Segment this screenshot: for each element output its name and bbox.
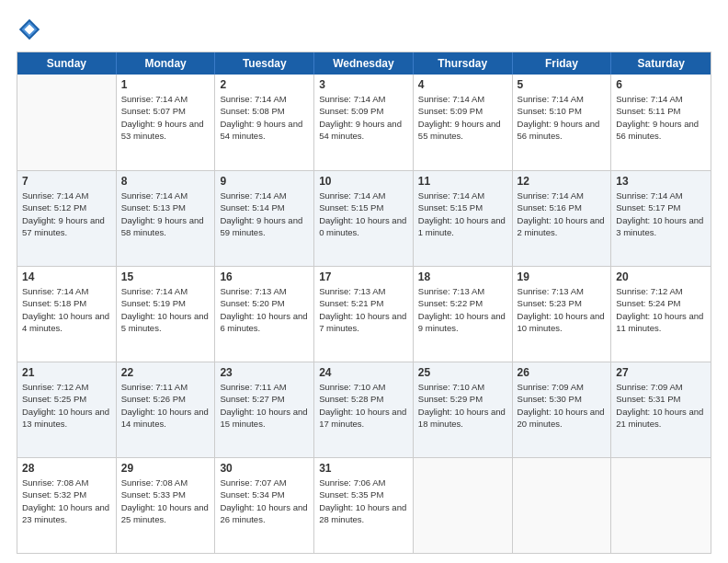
calendar-cell [414,458,513,553]
cell-info: Sunrise: 7:14 AMSunset: 5:13 PMDaylight:… [121,190,210,238]
calendar-cell: 27Sunrise: 7:09 AMSunset: 5:31 PMDayligh… [611,362,711,457]
day-number: 21 [22,366,111,379]
day-number: 14 [22,270,111,283]
calendar-cell: 16Sunrise: 7:13 AMSunset: 5:20 PMDayligh… [215,267,314,362]
calendar-row: 28Sunrise: 7:08 AMSunset: 5:32 PMDayligh… [17,457,711,553]
day-number: 4 [418,78,507,91]
day-number: 6 [616,78,706,91]
day-number: 26 [518,366,607,379]
weekday-header: Friday [513,52,612,75]
cell-info: Sunrise: 7:13 AMSunset: 5:21 PMDaylight:… [319,285,408,334]
day-number: 1 [121,78,210,91]
calendar-cell: 14Sunrise: 7:14 AMSunset: 5:18 PMDayligh… [17,267,117,362]
cell-info: Sunrise: 7:14 AMSunset: 5:17 PMDaylight:… [616,190,706,238]
day-number: 2 [220,78,309,91]
calendar-cell: 17Sunrise: 7:13 AMSunset: 5:21 PMDayligh… [314,267,414,362]
cell-info: Sunrise: 7:09 AMSunset: 5:30 PMDaylight:… [518,381,607,430]
cell-info: Sunrise: 7:12 AMSunset: 5:25 PMDaylight:… [22,381,111,430]
day-number: 23 [220,366,309,379]
cell-info: Sunrise: 7:14 AMSunset: 5:18 PMDaylight:… [22,285,111,334]
cell-info: Sunrise: 7:12 AMSunset: 5:24 PMDaylight:… [616,285,706,334]
cell-info: Sunrise: 7:14 AMSunset: 5:16 PMDaylight:… [518,190,607,238]
day-number: 8 [121,175,210,188]
day-number: 19 [518,270,607,283]
day-number: 28 [22,462,111,475]
calendar-cell: 20Sunrise: 7:12 AMSunset: 5:24 PMDayligh… [611,267,711,362]
cell-info: Sunrise: 7:10 AMSunset: 5:29 PMDaylight:… [418,381,507,430]
calendar-cell: 18Sunrise: 7:13 AMSunset: 5:22 PMDayligh… [414,267,513,362]
calendar-cell [513,458,612,553]
cell-info: Sunrise: 7:14 AMSunset: 5:11 PMDaylight:… [616,93,706,142]
calendar-row: 7Sunrise: 7:14 AMSunset: 5:12 PMDaylight… [17,170,711,266]
day-number: 20 [616,270,706,283]
weekday-header: Saturday [611,52,711,75]
calendar-cell: 9Sunrise: 7:14 AMSunset: 5:14 PMDaylight… [215,171,314,266]
cell-info: Sunrise: 7:14 AMSunset: 5:09 PMDaylight:… [319,93,408,142]
day-number: 7 [22,175,111,188]
cell-info: Sunrise: 7:14 AMSunset: 5:19 PMDaylight:… [121,285,210,334]
day-number: 13 [616,175,706,188]
calendar-cell: 23Sunrise: 7:11 AMSunset: 5:27 PMDayligh… [215,362,314,457]
calendar-cell: 22Sunrise: 7:11 AMSunset: 5:26 PMDayligh… [117,362,216,457]
day-number: 11 [418,175,507,188]
calendar-row: 14Sunrise: 7:14 AMSunset: 5:18 PMDayligh… [17,266,711,362]
calendar-cell: 12Sunrise: 7:14 AMSunset: 5:16 PMDayligh… [513,171,612,266]
day-number: 30 [220,462,309,475]
day-number: 3 [319,78,408,91]
calendar-cell [611,458,711,553]
weekday-header: Monday [117,52,216,75]
calendar-cell: 28Sunrise: 7:08 AMSunset: 5:32 PMDayligh… [17,458,117,553]
day-number: 24 [319,366,408,379]
cell-info: Sunrise: 7:14 AMSunset: 5:15 PMDaylight:… [319,190,408,238]
calendar-cell: 21Sunrise: 7:12 AMSunset: 5:25 PMDayligh… [17,362,117,457]
calendar-cell: 8Sunrise: 7:14 AMSunset: 5:13 PMDaylight… [117,171,216,266]
day-number: 12 [518,175,607,188]
calendar-cell: 31Sunrise: 7:06 AMSunset: 5:35 PMDayligh… [314,458,414,553]
calendar-cell: 30Sunrise: 7:07 AMSunset: 5:34 PMDayligh… [215,458,314,553]
page: SundayMondayTuesdayWednesdayThursdayFrid… [0,0,728,563]
calendar-cell: 7Sunrise: 7:14 AMSunset: 5:12 PMDaylight… [17,171,117,266]
calendar-row: 21Sunrise: 7:12 AMSunset: 5:25 PMDayligh… [17,362,711,457]
calendar-cell: 6Sunrise: 7:14 AMSunset: 5:11 PMDaylight… [611,75,711,170]
cell-info: Sunrise: 7:07 AMSunset: 5:34 PMDaylight:… [220,477,309,525]
calendar-cell: 26Sunrise: 7:09 AMSunset: 5:30 PMDayligh… [513,362,612,457]
cell-info: Sunrise: 7:13 AMSunset: 5:20 PMDaylight:… [220,285,309,334]
calendar: SundayMondayTuesdayWednesdayThursdayFrid… [17,52,711,554]
calendar-cell: 24Sunrise: 7:10 AMSunset: 5:28 PMDayligh… [314,362,414,457]
weekday-header: Thursday [414,52,513,75]
cell-info: Sunrise: 7:14 AMSunset: 5:12 PMDaylight:… [22,190,111,238]
day-number: 27 [616,366,706,379]
calendar-cell: 3Sunrise: 7:14 AMSunset: 5:09 PMDaylight… [314,75,414,170]
calendar-cell: 1Sunrise: 7:14 AMSunset: 5:07 PMDaylight… [117,75,216,170]
day-number: 31 [319,462,408,475]
cell-info: Sunrise: 7:14 AMSunset: 5:07 PMDaylight:… [121,93,210,142]
cell-info: Sunrise: 7:06 AMSunset: 5:35 PMDaylight:… [319,477,408,525]
logo [17,17,46,42]
cell-info: Sunrise: 7:13 AMSunset: 5:22 PMDaylight:… [418,285,507,334]
calendar-cell: 4Sunrise: 7:14 AMSunset: 5:09 PMDaylight… [414,75,513,170]
cell-info: Sunrise: 7:09 AMSunset: 5:31 PMDaylight:… [616,381,706,430]
calendar-row: 1Sunrise: 7:14 AMSunset: 5:07 PMDaylight… [17,75,711,170]
calendar-cell: 19Sunrise: 7:13 AMSunset: 5:23 PMDayligh… [513,267,612,362]
day-number: 22 [121,366,210,379]
day-number: 10 [319,175,408,188]
cell-info: Sunrise: 7:14 AMSunset: 5:10 PMDaylight:… [518,93,607,142]
cell-info: Sunrise: 7:14 AMSunset: 5:15 PMDaylight:… [418,190,507,238]
cell-info: Sunrise: 7:14 AMSunset: 5:09 PMDaylight:… [418,93,507,142]
calendar-cell: 15Sunrise: 7:14 AMSunset: 5:19 PMDayligh… [117,267,216,362]
weekday-header: Sunday [17,52,117,75]
cell-info: Sunrise: 7:13 AMSunset: 5:23 PMDaylight:… [518,285,607,334]
calendar-cell: 29Sunrise: 7:08 AMSunset: 5:33 PMDayligh… [117,458,216,553]
day-number: 17 [319,270,408,283]
header [17,17,711,42]
calendar-cell: 25Sunrise: 7:10 AMSunset: 5:29 PMDayligh… [414,362,513,457]
logo-icon [17,17,42,42]
cell-info: Sunrise: 7:14 AMSunset: 5:14 PMDaylight:… [220,190,309,238]
day-number: 5 [518,78,607,91]
calendar-header: SundayMondayTuesdayWednesdayThursdayFrid… [17,52,711,75]
weekday-header: Tuesday [215,52,314,75]
day-number: 9 [220,175,309,188]
calendar-cell: 13Sunrise: 7:14 AMSunset: 5:17 PMDayligh… [611,171,711,266]
cell-info: Sunrise: 7:08 AMSunset: 5:32 PMDaylight:… [22,477,111,525]
day-number: 25 [418,366,507,379]
